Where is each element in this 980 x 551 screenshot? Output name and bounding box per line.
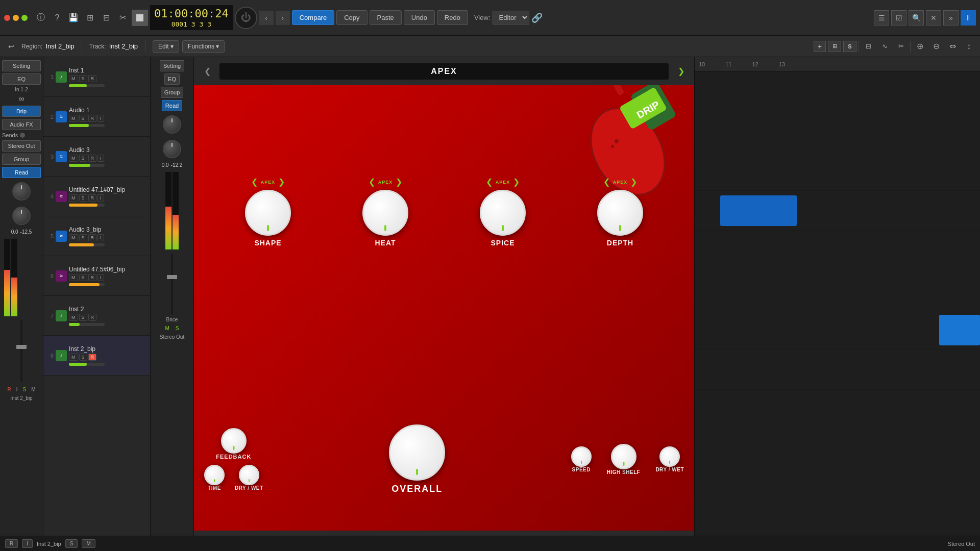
track-r-btn-1[interactable]: R: [88, 75, 97, 82]
table-row[interactable]: 1 ♪ Inst 1 M S R: [43, 57, 150, 97]
track-s-btn-5[interactable]: S: [79, 234, 87, 241]
cs2-m-btn[interactable]: M: [162, 324, 172, 332]
paste-button[interactable]: Paste: [370, 10, 402, 25]
depth-right-arrow[interactable]: ❯: [630, 177, 637, 187]
functions-dropdown-button[interactable]: Functions ▾: [182, 40, 225, 53]
checkbox-icon[interactable]: ☑: [891, 10, 906, 26]
feedback-knob[interactable]: [221, 428, 247, 454]
track-i-btn-2[interactable]: I: [97, 115, 104, 122]
cs-knob2[interactable]: [12, 207, 31, 225]
cs-i-btn[interactable]: I: [14, 386, 20, 393]
cs-read-button[interactable]: Read: [2, 167, 41, 178]
cs-eq-button[interactable]: EQ: [2, 73, 41, 85]
track-s-btn-3[interactable]: S: [79, 155, 87, 162]
track-fader-7[interactable]: [69, 323, 105, 326]
link-icon[interactable]: 🔗: [531, 12, 543, 23]
track-i-btn-3[interactable]: I: [97, 155, 104, 162]
scissors2-icon[interactable]: ✂: [894, 39, 908, 54]
save-icon[interactable]: 💾: [66, 11, 81, 25]
zoom-in-icon[interactable]: ⊕: [913, 39, 927, 54]
track-r-btn-5[interactable]: R: [88, 234, 97, 241]
shape-knob[interactable]: [245, 190, 291, 236]
s-button[interactable]: S: [843, 41, 856, 52]
track-s-btn-8[interactable]: S: [79, 354, 87, 361]
track-s-btn-4[interactable]: S: [79, 194, 87, 202]
cs-drip-button[interactable]: Drip: [2, 106, 41, 117]
status-i-btn[interactable]: I: [22, 539, 33, 548]
cs2-knob1[interactable]: [163, 115, 181, 134]
drywet1-knob[interactable]: [239, 465, 259, 485]
maximize-button[interactable]: [21, 15, 28, 21]
timeline-clip-4[interactable]: [720, 195, 797, 226]
track-m-btn-2[interactable]: M: [69, 115, 78, 122]
track-m-btn-8[interactable]: M: [69, 354, 78, 361]
cs2-knob2[interactable]: [163, 140, 181, 158]
list-icon[interactable]: ☰: [874, 10, 889, 26]
cs-link-icon[interactable]: ∞: [2, 94, 41, 104]
redo-button[interactable]: Redo: [437, 10, 468, 25]
plugin-nav-right[interactable]: ❯: [674, 64, 688, 79]
add-button[interactable]: +: [814, 41, 826, 52]
cs-stereoout-button[interactable]: Stereo Out: [2, 140, 41, 152]
track-r-btn-2[interactable]: R: [88, 115, 97, 122]
info-icon[interactable]: ⓘ: [34, 11, 48, 25]
view-select[interactable]: Editor: [493, 11, 529, 24]
status-m-btn[interactable]: M: [82, 539, 95, 548]
scissors-icon[interactable]: ✂: [115, 11, 130, 25]
depth-left-arrow[interactable]: ❮: [603, 177, 610, 187]
plugin-nav-left[interactable]: ❮: [200, 64, 214, 79]
cs2-s-btn[interactable]: S: [173, 324, 182, 332]
cs-s-btn2[interactable]: S: [21, 386, 29, 393]
spice-right-arrow[interactable]: ❯: [513, 177, 520, 187]
cs2-group-button[interactable]: Group: [161, 87, 184, 98]
table-row[interactable]: 8 ♪ Inst 2_bip M S R: [43, 336, 150, 375]
track-m-btn-7[interactable]: M: [69, 314, 78, 321]
help-icon[interactable]: ?: [50, 11, 64, 25]
copy-button[interactable]: Copy: [336, 10, 367, 25]
cs-r-btn[interactable]: R: [5, 386, 13, 393]
track-fader-6[interactable]: [69, 283, 105, 286]
blue-indicator[interactable]: ||: [961, 10, 976, 26]
heat-knob[interactable]: [362, 190, 408, 236]
copy-list-button[interactable]: ⊞: [828, 41, 841, 52]
track-m-btn-4[interactable]: M: [69, 194, 78, 202]
highshelf-knob[interactable]: [611, 444, 636, 469]
speed-knob[interactable]: [571, 446, 592, 467]
cs-sends-toggle[interactable]: [20, 133, 25, 138]
shape-right-arrow[interactable]: ❯: [278, 177, 285, 187]
spice-knob[interactable]: [480, 190, 526, 236]
cs2-read-button[interactable]: Read: [162, 100, 182, 111]
cs-knob1[interactable]: [12, 182, 31, 201]
cs-m-btn[interactable]: M: [29, 386, 37, 393]
status-s-btn[interactable]: S: [65, 539, 78, 548]
zoom-out-icon[interactable]: ⊖: [929, 39, 943, 54]
ruler-icon[interactable]: ↕: [962, 39, 976, 54]
track-m-btn-6[interactable]: M: [69, 274, 78, 281]
drywet2-knob[interactable]: [659, 446, 680, 467]
heat-right-arrow[interactable]: ❯: [396, 177, 402, 187]
track-i-btn-6[interactable]: I: [97, 274, 104, 281]
cs2-setting-button[interactable]: Setting: [160, 60, 184, 71]
track-r-btn-7[interactable]: R: [88, 314, 97, 321]
minimize-button[interactable]: [13, 15, 19, 21]
undo-button[interactable]: Undo: [404, 10, 435, 25]
edit-dropdown-button[interactable]: Edit ▾: [153, 40, 179, 53]
track-m-btn-1[interactable]: M: [69, 75, 78, 82]
cs-audiofx-button[interactable]: Audio FX: [2, 119, 41, 130]
depth-knob[interactable]: [597, 190, 643, 236]
track-r-btn-6[interactable]: R: [88, 274, 97, 281]
time-knob[interactable]: [204, 465, 225, 485]
track-fader-8[interactable]: [69, 363, 105, 366]
cs2-fader[interactable]: [171, 254, 173, 315]
cs-group-button[interactable]: Group: [2, 154, 41, 165]
cs-setting-button[interactable]: Setting: [2, 60, 41, 71]
power-button[interactable]: ⏻: [235, 7, 257, 29]
track-s-btn-1[interactable]: S: [79, 75, 87, 82]
close-button[interactable]: [4, 15, 10, 21]
track-s-btn-2[interactable]: S: [79, 115, 87, 122]
fit-icon[interactable]: ⇔: [945, 39, 960, 54]
track-fader-5[interactable]: [69, 243, 105, 246]
table-row[interactable]: 6 ≈ Untitled 47.5#06_bip M S R I: [43, 256, 150, 296]
table-row[interactable]: 7 ♪ Inst 2 M S R: [43, 296, 150, 336]
fader-icon[interactable]: ⊟: [861, 39, 875, 54]
